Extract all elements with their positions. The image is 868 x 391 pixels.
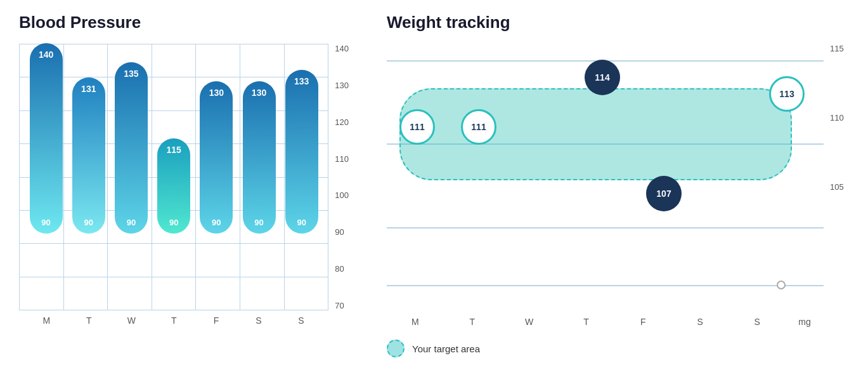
bp-y-130: 130 <box>335 81 349 90</box>
bp-bar-M-bottom: 90 <box>41 218 50 227</box>
bp-bar-S1: 130 90 <box>238 44 280 310</box>
wt-point-T2: 114 <box>585 60 620 95</box>
bp-y-80: 80 <box>335 264 349 274</box>
wt-x-S2: S <box>729 317 786 327</box>
bp-x-axis: M T W T F S S <box>19 315 328 326</box>
bp-y-100: 100 <box>335 190 349 200</box>
bp-bar-S2: 133 90 <box>280 44 323 310</box>
wt-legend-icon <box>387 340 405 357</box>
bp-x-T2: T <box>153 315 195 326</box>
wt-x-T2: T <box>558 317 615 327</box>
bp-x-M: M <box>25 315 68 326</box>
wt-y-axis: 115 110 105 <box>824 44 849 310</box>
wt-x-W: W <box>501 317 558 327</box>
bp-grid: 140 90 131 90 <box>19 44 328 310</box>
bp-bar-F: 130 90 <box>195 44 238 310</box>
weight-tracking-section: Weight tracking <box>387 13 849 357</box>
bp-bar-S1-top: 130 <box>252 88 266 98</box>
wt-title: Weight tracking <box>387 13 849 32</box>
wt-line-bottom <box>387 285 824 286</box>
wt-point-M: 111 <box>399 109 435 145</box>
charts-container: Blood Pressure <box>19 13 849 357</box>
wt-small-circle <box>777 281 786 289</box>
bp-x-F: F <box>195 315 238 326</box>
bp-bar-T1-top: 131 <box>81 84 96 94</box>
wt-line-105 <box>387 227 824 229</box>
bp-bar-T1: 131 90 <box>67 44 110 310</box>
wt-y-110: 110 <box>830 113 849 123</box>
wt-x-F: F <box>614 317 671 327</box>
wt-x-M: M <box>387 317 444 327</box>
bp-bar-S2-bottom: 90 <box>297 218 306 227</box>
bp-x-T1: T <box>68 315 110 326</box>
bp-bar-F-bottom: 90 <box>212 218 221 227</box>
bp-bar-S1-bottom: 90 <box>254 218 263 227</box>
wt-x-axis: M T W T F S S mg <box>387 317 824 327</box>
wt-point-F: 107 <box>646 176 682 211</box>
bp-y-70: 70 <box>335 301 349 310</box>
bp-y-140: 140 <box>335 44 349 53</box>
bp-bar-M-top: 140 <box>39 50 53 60</box>
wt-chart: 111 111 114 107 113 <box>387 44 824 310</box>
bp-bar-W: 135 90 <box>110 44 152 310</box>
wt-x-mg: mg <box>786 317 824 327</box>
bp-y-120: 120 <box>335 117 349 127</box>
bp-x-S2: S <box>280 315 322 326</box>
bp-title: Blood Pressure <box>19 13 349 32</box>
bp-bar-F-top: 130 <box>209 88 224 98</box>
bp-x-S1: S <box>238 315 280 326</box>
wt-y-115: 115 <box>830 44 849 53</box>
bp-bar-W-bottom: 90 <box>127 218 136 227</box>
bp-bar-S2-top: 133 <box>294 76 309 86</box>
wt-x-S1: S <box>671 317 729 327</box>
bp-y-axis: 140 130 120 110 100 90 80 70 <box>328 44 349 310</box>
wt-legend-label: Your target area <box>412 343 480 354</box>
wt-legend: Your target area <box>387 340 824 357</box>
bp-bar-T2: 115 90 <box>153 44 195 310</box>
wt-y-105: 105 <box>830 182 849 192</box>
bp-y-90: 90 <box>335 227 349 237</box>
blood-pressure-section: Blood Pressure <box>19 13 349 357</box>
wt-point-T1: 111 <box>461 109 496 145</box>
bp-bar-T1-bottom: 90 <box>84 218 93 227</box>
bp-bar-T2-bottom: 90 <box>169 218 178 227</box>
bp-bar-W-top: 135 <box>124 69 138 79</box>
wt-target-band <box>399 88 792 180</box>
bp-y-110: 110 <box>335 154 349 164</box>
wt-x-T1: T <box>444 317 501 327</box>
bp-bar-T2-top: 115 <box>166 145 181 155</box>
wt-point-S2: 113 <box>769 76 805 112</box>
bp-bar-M: 140 90 <box>25 44 67 310</box>
bp-x-W: W <box>110 315 153 326</box>
